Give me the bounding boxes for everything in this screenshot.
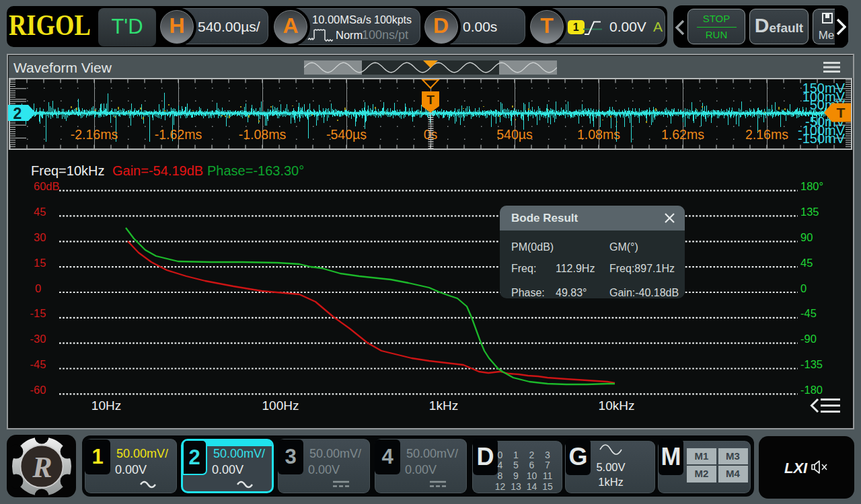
svg-text:-90: -90	[800, 333, 817, 345]
svg-text:180°: 180°	[800, 180, 823, 192]
svg-text:-2.16ms: -2.16ms	[71, 127, 118, 142]
svg-text:T: T	[837, 105, 846, 120]
svg-text:90: 90	[800, 231, 813, 243]
svg-text:-1.08ms: -1.08ms	[239, 127, 287, 142]
svg-text:-180: -180	[800, 384, 823, 396]
svg-text:2: 2	[13, 105, 22, 121]
svg-text:-135: -135	[800, 358, 823, 370]
svg-text:1kHz: 1kHz	[429, 398, 458, 413]
svg-text:T: T	[426, 93, 435, 107]
svg-text:0: 0	[35, 282, 41, 294]
svg-text:-150mV: -150mV	[798, 131, 846, 146]
svg-text:135: 135	[800, 206, 819, 218]
svg-text:0: 0	[800, 282, 807, 294]
svg-text:10kHz: 10kHz	[599, 398, 635, 413]
svg-text:-45: -45	[30, 358, 46, 370]
svg-text:10Hz: 10Hz	[91, 398, 121, 413]
svg-text:-540µs: -540µs	[326, 127, 367, 142]
svg-text:100Hz: 100Hz	[262, 398, 299, 413]
svg-text:60dB: 60dB	[34, 180, 60, 192]
svg-text:1.08ms: 1.08ms	[577, 127, 620, 142]
svg-text:45: 45	[800, 257, 813, 269]
svg-text:15: 15	[34, 257, 46, 269]
svg-text:-45: -45	[800, 307, 817, 319]
svg-text:540µs: 540µs	[496, 127, 533, 142]
svg-text:-1.62ms: -1.62ms	[155, 127, 202, 142]
svg-text:1.62ms: 1.62ms	[661, 127, 704, 142]
svg-text:45: 45	[34, 206, 46, 218]
svg-text:-30: -30	[30, 333, 46, 345]
svg-text:2.16ms: 2.16ms	[745, 127, 788, 142]
svg-text:R: R	[32, 451, 52, 484]
svg-text:-60: -60	[30, 384, 46, 396]
svg-text:-15: -15	[30, 307, 46, 319]
svg-text:30: 30	[34, 231, 46, 243]
